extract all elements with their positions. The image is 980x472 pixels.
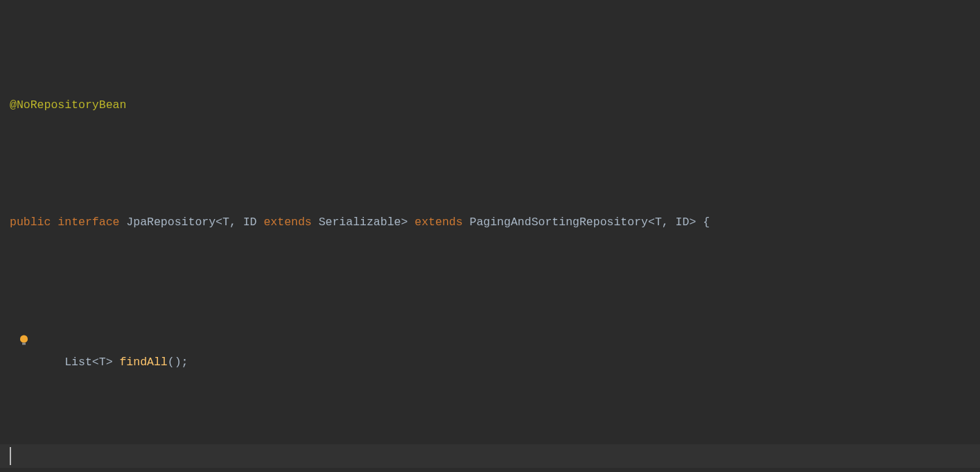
angle-close: > [401,216,408,229]
type-name: PagingAndSortingRepository [470,216,648,229]
angle-close: > [689,216,696,229]
text-caret [10,447,11,465]
keyword-interface: interface [58,216,119,229]
space [696,216,703,229]
keyword-extends: extends [414,216,462,229]
space [113,356,120,369]
keyword-extends: extends [263,216,311,229]
space [51,216,58,229]
code-line-current[interactable] [0,444,980,468]
space [257,216,264,229]
code-line[interactable]: List<T> findAll(); [0,328,980,351]
paren-open: ( [168,356,175,369]
indent [37,356,65,369]
comma: , [662,216,676,229]
semicolon: ; [182,356,189,369]
brace-open: { [703,216,710,229]
code-editor[interactable]: @NoRepositoryBean public interface JpaRe… [0,0,980,472]
type-param: ID [243,216,257,229]
space [463,216,470,229]
keyword-public: public [10,216,51,229]
annotation-name: NoRepositoryBean [17,98,126,112]
annotation-at: @ [10,98,17,112]
type-name: Serializable [319,216,401,229]
type-param: T [655,216,662,229]
space [312,216,319,229]
angle-close: > [106,356,113,369]
type-name: List [64,356,92,369]
paren-close: ) [175,356,182,369]
type-name: JpaRepository [126,216,216,229]
angle-open: < [648,216,655,229]
type-param: T [222,216,229,229]
method-name: findAll [119,356,167,369]
space [408,216,414,229]
angle-open: < [216,216,222,229]
code-line[interactable]: public interface JpaRepository<T, ID ext… [0,211,980,234]
intention-bulb-icon[interactable] [19,335,28,344]
comma: , [229,216,243,229]
space [119,216,126,229]
code-line[interactable]: @NoRepositoryBean [0,94,980,117]
type-param: ID [676,216,690,229]
angle-open: < [92,356,99,369]
type-param: T [99,356,106,369]
